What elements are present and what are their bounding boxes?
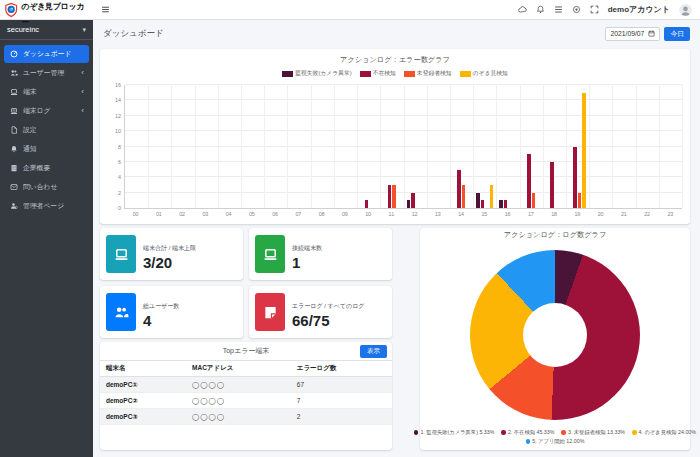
- sidebar-item-label: ユーザー管理: [23, 68, 81, 78]
- bar-x-axis-labels: 0001020304050607080910111213141516171819…: [124, 209, 682, 217]
- bar-segment: [550, 162, 554, 208]
- settings-icon: [9, 126, 19, 135]
- bar-group-19: [566, 85, 589, 208]
- y-axis-tick: 16: [115, 82, 121, 88]
- shield-logo-icon: [4, 2, 18, 18]
- table-header-cell: MACアドレス: [186, 361, 291, 377]
- sidebar-item-dashboard[interactable]: ダッシュボード: [4, 45, 89, 63]
- bar-segment: [476, 193, 480, 208]
- sidebar-item-building[interactable]: 企業概要: [4, 159, 89, 177]
- sidebar-item-settings[interactable]: 設定: [4, 121, 89, 139]
- table-row[interactable]: demoPC①◯◯◯◯67: [100, 377, 392, 393]
- x-axis-tick: 15: [473, 209, 496, 217]
- bar-group-09: [334, 85, 357, 208]
- avatar[interactable]: [679, 3, 692, 16]
- sidebar-item-admin[interactable]: 管理者ページ: [4, 197, 89, 215]
- table-title: Topエラー端末: [223, 346, 270, 356]
- today-button[interactable]: 今日: [664, 27, 690, 41]
- bar-group-23: [659, 85, 682, 208]
- top-error-table: 端末名MACアドレスエラーログ数 demoPC①◯◯◯◯67demoPC②◯◯◯…: [100, 360, 392, 425]
- stat-card: 端末合計 / 端末上限3/20: [100, 228, 243, 280]
- sidebar-item-bell[interactable]: 通知: [4, 140, 89, 158]
- sidebar-item-users[interactable]: ユーザー管理‹: [4, 64, 89, 82]
- org-name: secureinc: [7, 25, 39, 34]
- donut-legend-item[interactable]: 2. 不在検知 45.33%: [501, 429, 554, 436]
- bar-segment: [573, 147, 577, 209]
- brand-name: のぞき見ブロッカー: [21, 2, 84, 27]
- calendar-icon[interactable]: [648, 30, 655, 37]
- users-icon: [106, 293, 136, 331]
- laptop-icon: [255, 235, 285, 273]
- x-axis-tick: 02: [171, 209, 194, 217]
- legend-bullet: [632, 430, 637, 435]
- table-row[interactable]: demoPC②◯◯◯◯7: [100, 393, 392, 409]
- x-axis-tick: 17: [519, 209, 542, 217]
- legend-item[interactable]: 未登録者検知: [404, 69, 452, 78]
- sidebar-item-laptop-log[interactable]: 端末ログ‹: [4, 102, 89, 120]
- bar-segment: [365, 200, 369, 208]
- fullscreen-icon[interactable]: [590, 5, 599, 14]
- page-title: ダッシュボード: [103, 28, 164, 40]
- table-header-row: 端末名MACアドレスエラーログ数: [100, 361, 392, 377]
- bar-segment: [532, 193, 536, 208]
- admin-icon: [9, 202, 19, 211]
- y-axis-tick: 12: [115, 113, 121, 119]
- bar-group-13: [427, 85, 450, 208]
- donut-chart[interactable]: [470, 250, 640, 420]
- table-row[interactable]: demoPC③◯◯◯◯2: [100, 409, 392, 425]
- donut-legend: 1. 監視失敗(カメラ異常) 5.33%2. 不在検知 45.33%3. 未登録…: [424, 427, 686, 445]
- topbar: demoアカウント: [93, 0, 700, 20]
- legend-item[interactable]: 監視失敗(カメラ異常): [282, 69, 351, 78]
- bar-group-01: [148, 85, 171, 208]
- bar-segment: [499, 200, 503, 208]
- bar-group-17: [519, 85, 542, 208]
- dashboard-icon: [9, 50, 19, 59]
- sidebar-item-label: 通知: [23, 144, 84, 154]
- x-axis-tick: 11: [380, 209, 403, 217]
- brand-logo[interactable]: 覗き見 のぞき見ブロッカー: [0, 0, 93, 20]
- error-bar-chart-card: アクションログ：エラー数グラフ 監視失敗(カメラ異常)不在検知未登録者検知のぞき…: [100, 49, 690, 224]
- donut-legend-item[interactable]: 3. 未登録者検知 13.33%: [561, 429, 625, 436]
- x-axis-tick: 09: [333, 209, 356, 217]
- legend-bullet: [561, 430, 566, 435]
- x-axis-tick: 05: [240, 209, 263, 217]
- chevron-down-icon: ▾: [82, 26, 86, 34]
- note-icon: [255, 293, 285, 331]
- stat-value: 1: [292, 254, 322, 271]
- legend-item[interactable]: のぞき見検知: [460, 69, 508, 78]
- show-button[interactable]: 表示: [360, 345, 387, 358]
- list-icon[interactable]: [554, 5, 563, 14]
- x-axis-tick: 00: [124, 209, 147, 217]
- bar-segment: [481, 200, 485, 208]
- bar-group-22: [635, 85, 658, 208]
- bar-segment: [490, 185, 494, 208]
- y-axis-tick: 0: [118, 205, 121, 211]
- legend-item[interactable]: 不在検知: [360, 69, 396, 78]
- eye-icon[interactable]: [572, 5, 581, 14]
- stat-value: 3/20: [143, 254, 196, 271]
- donut-legend-item[interactable]: 1. 監視失敗(カメラ異常) 5.33%: [414, 429, 494, 436]
- bar-segment: [457, 170, 461, 208]
- bar-segment: [527, 154, 531, 208]
- laptop-icon: [106, 235, 136, 273]
- chevron-left-icon: ‹: [81, 108, 84, 114]
- users-icon: [9, 69, 19, 78]
- bar-group-14: [450, 85, 473, 208]
- donut-legend-item[interactable]: 4. のぞき見検知 24.00%: [632, 429, 696, 436]
- sidebar-item-laptop[interactable]: 端末‹: [4, 83, 89, 101]
- legend-swatch: [404, 71, 415, 77]
- building-icon: [9, 164, 19, 173]
- donut-hole: [523, 303, 587, 367]
- bar-segment: [582, 93, 586, 208]
- hamburger-menu-icon[interactable]: [101, 5, 110, 14]
- bell-icon[interactable]: [536, 5, 545, 14]
- sidebar-item-contact[interactable]: 問い合わせ: [4, 178, 89, 196]
- donut-legend-item[interactable]: 5. アプリ開始 12.00%: [526, 438, 585, 445]
- account-name[interactable]: demoアカウント: [608, 4, 670, 15]
- date-input[interactable]: 2021/09/07: [605, 27, 660, 41]
- bar-plot[interactable]: 0246810121416: [124, 85, 682, 209]
- bar-group-20: [589, 85, 612, 208]
- bar-chart-title: アクションログ：エラー数グラフ: [108, 53, 682, 65]
- top-error-table-card: Topエラー端末 表示 端末名MACアドレスエラーログ数 demoPC①◯◯◯◯…: [100, 342, 392, 450]
- cloud-icon[interactable]: [518, 5, 527, 14]
